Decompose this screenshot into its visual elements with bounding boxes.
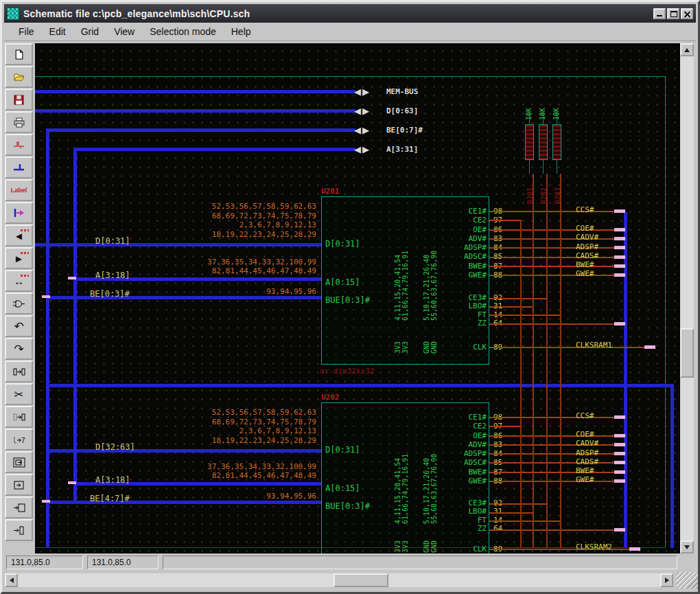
wire — [489, 323, 624, 325]
resize-grip[interactable] — [676, 572, 698, 589]
net-label-clksram2: CLKSRAM2 — [576, 542, 612, 551]
vertical-scrollbar[interactable] — [680, 43, 694, 553]
menu-view[interactable]: View — [106, 24, 142, 39]
open-file-button[interactable] — [5, 66, 33, 88]
print-button[interactable] — [5, 111, 33, 133]
rotate-block-button[interactable]: 7 — [5, 429, 33, 450]
ic-right-pin-names: CE3# LBO# FT ZZ — [406, 294, 487, 328]
ic-ref: U202 — [321, 393, 340, 402]
redo-button[interactable]: ↷ — [5, 338, 33, 360]
ic-part: ar-dim32kx32 — [320, 367, 374, 376]
wire-pad — [614, 528, 625, 532]
arrow-right-icon: ► — [14, 253, 24, 264]
scroll-left-button[interactable] — [5, 573, 18, 587]
wire — [489, 257, 624, 258]
wire — [489, 435, 624, 437]
import-block-button[interactable] — [5, 496, 33, 518]
net-label-ccs: CCS# — [576, 411, 594, 420]
resistor-ref: R202 — [540, 187, 548, 204]
gate-icon — [13, 299, 25, 309]
wire-pad — [614, 322, 625, 325]
sheet-frame-right — [665, 76, 666, 548]
ic-right-pin-numbers: 98 97 86 83 84 85 87 88 — [493, 413, 502, 486]
export-block-button[interactable] — [5, 474, 33, 496]
add-gate-button[interactable] — [5, 293, 33, 315]
open-folder-icon — [14, 72, 25, 82]
save-file-button[interactable] — [5, 89, 33, 111]
component-edit-button[interactable] — [5, 451, 33, 473]
schematic-canvas[interactable]: ◀▶ MEM-BUS ◀▶ D[0:63] ◀▶ BE[0:7]# ◀▶ A[3… — [35, 43, 680, 553]
pin-right-button[interactable]: ► — [5, 247, 33, 269]
hscroll-thumb[interactable] — [334, 573, 388, 587]
new-file-button[interactable] — [5, 43, 33, 65]
wire — [489, 266, 624, 267]
wire — [489, 298, 548, 299]
add-net-button[interactable] — [5, 134, 33, 156]
maximize-button[interactable] — [667, 8, 679, 19]
bus-label-be07: BE[0:7]# — [386, 126, 423, 135]
ic-right-pin-names: CE3# LBO# FT ZZ — [406, 499, 487, 533]
clk-wire — [489, 549, 640, 550]
wire-pad — [614, 443, 625, 446]
title-bar[interactable]: Schematic file c:\pcb_elegance\mb\sch\CP… — [4, 4, 696, 23]
net-label: BE[0:3]# — [90, 289, 130, 299]
pin-left-button[interactable]: ◄ — [5, 225, 33, 247]
bus-d031 — [35, 243, 321, 247]
bus-junction — [68, 481, 76, 484]
undo-icon: ↶ — [14, 319, 23, 334]
bus-junction — [42, 295, 50, 298]
move-component-button[interactable] — [5, 519, 33, 541]
pin-number-rows: 93,94,95,96 — [238, 492, 316, 501]
copy-block-button[interactable] — [5, 406, 33, 428]
menu-file[interactable]: File — [11, 24, 42, 39]
resistor[interactable] — [552, 124, 561, 160]
net-label: A[3:18] — [95, 475, 130, 485]
cut-button[interactable]: ✂ — [5, 383, 33, 405]
resistor-value: 10K — [539, 108, 546, 120]
wire — [489, 306, 534, 308]
menu-selection-mode[interactable]: Selection mode — [142, 24, 224, 39]
bus-label-mem: MEM-BUS — [386, 87, 418, 96]
menu-help[interactable]: Help — [224, 24, 259, 39]
pin-number-rows: 52,53,56,57,58,59,62,63 68,69,72,73,74,7… — [138, 202, 316, 239]
menu-edit[interactable]: Edit — [42, 24, 73, 39]
vscroll-thumb[interactable] — [680, 328, 694, 378]
close-button[interactable] — [681, 8, 693, 19]
horizontal-scrollbar[interactable] — [5, 573, 673, 587]
add-bus-button[interactable] — [5, 202, 33, 224]
resistor[interactable] — [539, 124, 548, 160]
resistor-ref: R201 — [526, 187, 534, 204]
scissors-icon: ✂ — [14, 388, 23, 401]
pin-number-rows: 37,36,35,34,33,32,100,99 82,81,44,45,46,… — [163, 462, 316, 480]
ic-pin-label: A[0:15] — [325, 277, 360, 287]
wire-pad — [614, 237, 625, 240]
net-label-block: COE# CADV# ADSP# CADS# BWE# GWE# — [576, 224, 598, 279]
arrow-both-icon: ↔ — [14, 275, 24, 287]
scroll-up-button[interactable] — [680, 43, 694, 56]
minimize-button[interactable] — [653, 8, 666, 19]
ic-pin-label: D[0:31] — [325, 239, 360, 249]
pin-bidir-button[interactable]: ↔ — [5, 270, 33, 292]
add-label-button[interactable]: Label — [5, 179, 33, 201]
wire-pad — [614, 461, 625, 464]
ic-pin-label: BUE[0:3]# — [325, 501, 370, 511]
resistor[interactable] — [525, 124, 534, 160]
undo-button[interactable]: ↶ — [5, 315, 33, 337]
bus-be47 — [46, 501, 321, 504]
scroll-down-button[interactable] — [680, 540, 694, 553]
move-block-button[interactable] — [5, 361, 33, 382]
resistor-value: 10K — [552, 108, 560, 120]
bus-arrow-icon: ◀▶ — [354, 144, 371, 155]
label-icon: Label — [11, 187, 27, 194]
minimize-icon — [657, 15, 662, 16]
wire-pad — [614, 479, 625, 483]
pin-number-rows: 93,94,95,96 — [238, 287, 316, 296]
menu-grid[interactable]: Grid — [73, 24, 106, 39]
ic-clk-pin: CLK — [406, 545, 487, 553]
scroll-right-button[interactable] — [660, 573, 673, 587]
wire — [489, 453, 624, 455]
printer-icon — [14, 117, 25, 128]
add-wire-button[interactable] — [5, 157, 33, 179]
toolbar: Label ◄ ► ↔ ↶ ↷ ✂ 7 — [3, 43, 35, 555]
net-label-ccs: CCS# — [576, 205, 594, 214]
